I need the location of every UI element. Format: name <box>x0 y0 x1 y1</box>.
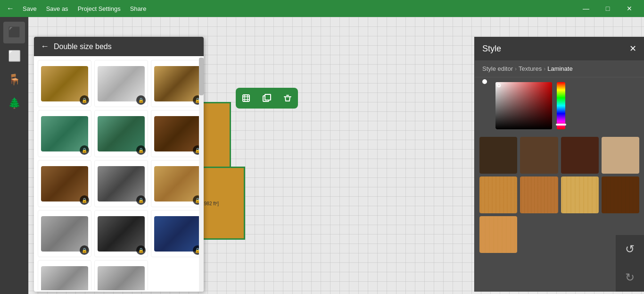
main-area: ⬛ ⬜ 🪑 🌲 Living Room [1982 ft²] <box>0 17 644 294</box>
texture-item[interactable] <box>479 216 517 253</box>
list-item[interactable]: 🔒 <box>94 110 148 157</box>
close-button[interactable]: ✕ <box>619 0 640 17</box>
list-item[interactable]: 🔒 <box>38 60 91 107</box>
list-item[interactable]: 🔒 <box>151 60 204 107</box>
float-toolbar <box>236 88 298 109</box>
minimize-button[interactable]: — <box>575 0 597 17</box>
lock-badge: 🔒 <box>136 245 146 255</box>
list-item[interactable]: 🔒 <box>151 110 204 157</box>
list-item[interactable]: 🔒 <box>94 210 148 257</box>
beds-panel-title: Double size beds <box>54 42 112 51</box>
beds-grid: 🔒 🔒 🔒 🔒 🔒 <box>38 60 200 290</box>
color-picker-cursor <box>497 84 501 87</box>
texture-item[interactable] <box>520 176 558 213</box>
duplicate-button[interactable] <box>256 88 277 109</box>
gradient-layer-2 <box>495 82 552 129</box>
beds-panel-header: ← Double size beds <box>34 37 204 56</box>
list-item[interactable]: 🔒 <box>151 160 204 207</box>
sidebar-item-windows[interactable]: ⬜ <box>3 45 25 67</box>
list-item[interactable]: 🔒 <box>151 210 204 257</box>
breadcrumb-sep-1: › <box>515 66 517 72</box>
style-panel-close-button[interactable]: ✕ <box>629 43 636 54</box>
hue-slider[interactable] <box>557 82 565 129</box>
hue-indicator <box>556 124 566 126</box>
texture-item[interactable] <box>479 137 517 174</box>
list-item[interactable]: 🔒 <box>38 110 91 157</box>
style-panel-title: Style <box>482 44 501 54</box>
list-item[interactable]: 🔒 <box>38 210 91 257</box>
texture-item[interactable] <box>602 137 639 174</box>
move-tool-button[interactable] <box>236 88 256 109</box>
bed-image <box>41 266 88 291</box>
lock-badge: 🔒 <box>136 195 146 205</box>
beds-panel-scroll[interactable]: 🔒 🔒 🔒 🔒 🔒 <box>34 56 204 290</box>
texture-item[interactable] <box>479 176 517 213</box>
texture-item[interactable] <box>561 137 599 174</box>
window-controls: — □ ✕ <box>575 0 640 17</box>
breadcrumb-sep-2: › <box>544 66 545 72</box>
list-item[interactable] <box>38 260 91 290</box>
texture-item[interactable] <box>602 176 639 213</box>
left-sidebar: ⬛ ⬜ 🪑 🌲 <box>0 17 28 294</box>
breadcrumb-style-editor[interactable]: Style editor <box>482 65 513 72</box>
color-gradient-picker[interactable] <box>495 82 552 129</box>
lock-badge: 🔒 <box>136 95 146 105</box>
back-button[interactable]: ← <box>4 3 17 14</box>
svg-rect-2 <box>265 94 271 100</box>
list-item[interactable]: 🔒 <box>94 60 148 107</box>
title-bar: ← Save Save as Project Settings Share — … <box>0 0 644 17</box>
breadcrumb-laminate: Laminate <box>547 65 572 72</box>
texture-item[interactable] <box>520 137 558 174</box>
lock-badge: 🔒 <box>80 95 89 105</box>
list-item[interactable] <box>94 260 148 290</box>
bed-image <box>98 266 145 291</box>
svg-rect-0 <box>243 95 249 101</box>
beds-panel: ← Double size beds 🔒 🔒 🔒 🔒 <box>34 37 204 292</box>
sidebar-item-walls[interactable]: ⬛ <box>3 22 25 43</box>
color-picker-area <box>475 77 644 134</box>
list-item[interactable]: 🔒 <box>94 160 148 207</box>
breadcrumb: Style editor › Textures › Laminate <box>475 60 644 77</box>
lock-badge: 🔒 <box>80 245 89 255</box>
list-item[interactable]: 🔒 <box>38 160 91 207</box>
project-settings-button[interactable]: Project Settings <box>74 4 124 13</box>
sidebar-item-outdoor[interactable]: 🌲 <box>3 92 25 114</box>
breadcrumb-textures[interactable]: Textures <box>519 65 542 72</box>
sidebar-item-furniture[interactable]: 🪑 <box>3 69 25 91</box>
save-as-button[interactable]: Save as <box>42 4 72 13</box>
redo-button[interactable]: ↻ <box>616 263 644 292</box>
texture-item[interactable] <box>561 176 599 213</box>
scrollbar-thumb[interactable] <box>199 58 204 95</box>
lock-badge: 🔒 <box>136 145 146 155</box>
save-button[interactable]: Save <box>19 4 41 13</box>
undo-redo-area: ↺ ↻ <box>616 235 644 292</box>
maximize-button[interactable]: □ <box>597 0 619 17</box>
style-panel-header: Style ✕ <box>475 37 644 60</box>
color-picker-dot[interactable] <box>482 79 487 84</box>
scrollbar-track[interactable] <box>199 58 204 292</box>
lock-badge: 🔒 <box>80 195 89 205</box>
delete-button[interactable] <box>277 88 298 109</box>
lock-badge: 🔒 <box>80 145 89 155</box>
beds-panel-back-button[interactable]: ← <box>41 42 49 51</box>
style-panel: Style ✕ Style editor › Textures › Lamina… <box>474 37 644 292</box>
undo-button[interactable]: ↺ <box>616 235 644 263</box>
share-button[interactable]: Share <box>126 4 150 13</box>
